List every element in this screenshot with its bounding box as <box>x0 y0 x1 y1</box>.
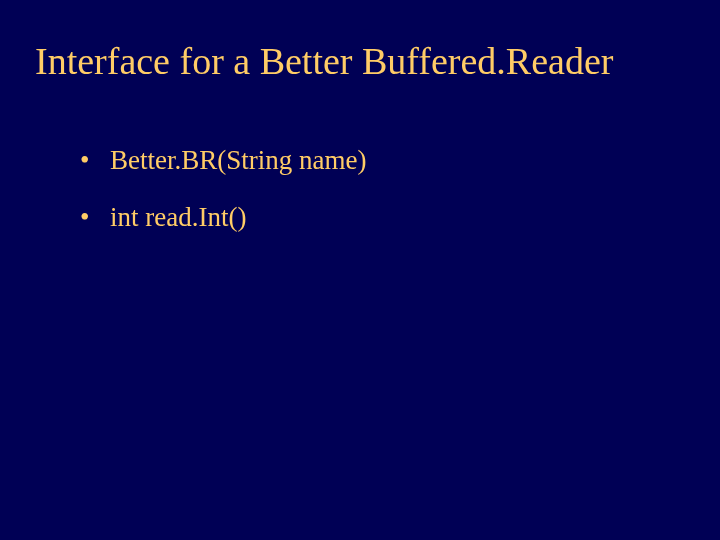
list-item: int read.Int() <box>80 201 685 235</box>
bullet-list: Better.BR(String name) int read.Int() <box>35 144 685 236</box>
slide-title: Interface for a Better Buffered.Reader <box>35 40 685 84</box>
slide-container: Interface for a Better Buffered.Reader B… <box>0 0 720 540</box>
list-item: Better.BR(String name) <box>80 144 685 178</box>
